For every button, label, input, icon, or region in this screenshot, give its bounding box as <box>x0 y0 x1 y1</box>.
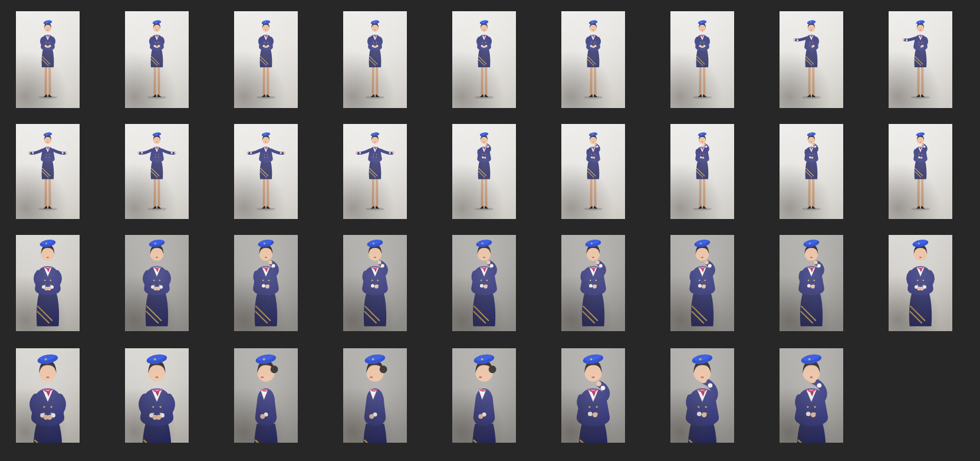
photo-thumbnail-row-2-7[interactable] <box>670 124 734 219</box>
flight-attendant-figure <box>234 11 298 108</box>
flight-attendant-figure <box>561 348 625 443</box>
flight-attendant-figure <box>780 11 843 108</box>
flight-attendant-figure <box>16 11 80 108</box>
flight-attendant-figure <box>452 348 516 443</box>
photo-thumbnail-row-3-5[interactable] <box>452 235 516 331</box>
gallery-row-2 <box>16 124 952 219</box>
photo-thumbnail-row-1-9[interactable] <box>889 11 952 108</box>
photo-thumbnail-row-3-4[interactable] <box>343 235 407 331</box>
photo-thumbnail-row-3-7[interactable] <box>670 235 734 331</box>
flight-attendant-figure <box>889 11 952 108</box>
photo-thumbnail-row-2-4[interactable] <box>343 124 407 219</box>
photo-thumbnail-row-3-2[interactable] <box>125 235 189 331</box>
gallery-row-1 <box>16 11 952 108</box>
photo-thumbnail-row-4-8[interactable] <box>780 348 843 443</box>
photo-thumbnail-row-4-2[interactable] <box>125 348 189 443</box>
flight-attendant-figure <box>780 124 843 219</box>
photo-thumbnail-row-1-4[interactable] <box>343 11 407 108</box>
flight-attendant-figure <box>234 235 298 331</box>
flight-attendant-figure <box>670 348 734 443</box>
gallery-row-3 <box>16 235 952 331</box>
photo-thumbnail-row-2-3[interactable] <box>234 124 298 219</box>
photo-thumbnail-row-4-7[interactable] <box>670 348 734 443</box>
flight-attendant-figure <box>16 348 80 443</box>
flight-attendant-figure <box>343 235 407 331</box>
photo-thumbnail-row-1-5[interactable] <box>452 11 516 108</box>
photo-thumbnail-row-3-8[interactable] <box>780 235 843 331</box>
photo-thumbnail-row-1-3[interactable] <box>234 11 298 108</box>
flight-attendant-figure <box>670 11 734 108</box>
photo-thumbnail-row-1-2[interactable] <box>125 11 189 108</box>
flight-attendant-figure <box>561 235 625 331</box>
flight-attendant-figure <box>125 348 189 443</box>
flight-attendant-figure <box>125 124 189 219</box>
flight-attendant-figure <box>670 235 734 331</box>
photo-thumbnail-row-1-1[interactable] <box>16 11 80 108</box>
photo-thumbnail-row-1-8[interactable] <box>780 11 843 108</box>
flight-attendant-figure <box>452 235 516 331</box>
flight-attendant-figure <box>889 124 952 219</box>
photo-thumbnail-row-3-6[interactable] <box>561 235 625 331</box>
photo-thumbnail-row-2-1[interactable] <box>16 124 80 219</box>
flight-attendant-figure <box>234 348 298 443</box>
photo-thumbnail-row-1-6[interactable] <box>561 11 625 108</box>
flight-attendant-figure <box>670 124 734 219</box>
flight-attendant-figure <box>125 11 189 108</box>
photo-thumbnail-row-3-9[interactable] <box>889 235 952 331</box>
photo-thumbnail-row-2-8[interactable] <box>780 124 843 219</box>
photo-thumbnail-row-4-5[interactable] <box>452 348 516 443</box>
flight-attendant-figure <box>452 11 516 108</box>
flight-attendant-figure <box>16 124 80 219</box>
flight-attendant-figure <box>780 348 843 443</box>
flight-attendant-figure <box>561 124 625 219</box>
photo-thumbnail-row-2-5[interactable] <box>452 124 516 219</box>
flight-attendant-figure <box>452 124 516 219</box>
photo-thumbnail-row-3-1[interactable] <box>16 235 80 331</box>
photo-thumbnail-row-2-2[interactable] <box>125 124 189 219</box>
gallery-row-4 <box>16 348 843 443</box>
flight-attendant-figure <box>889 235 952 331</box>
photo-thumbnail-row-4-1[interactable] <box>16 348 80 443</box>
flight-attendant-figure <box>234 124 298 219</box>
photo-thumbnail-row-4-4[interactable] <box>343 348 407 443</box>
flight-attendant-figure <box>16 235 80 331</box>
photo-thumbnail-row-1-7[interactable] <box>670 11 734 108</box>
flight-attendant-figure <box>125 235 189 331</box>
photo-thumbnail-row-4-3[interactable] <box>234 348 298 443</box>
flight-attendant-figure <box>343 348 407 443</box>
photo-thumbnail-row-2-9[interactable] <box>889 124 952 219</box>
flight-attendant-figure <box>561 11 625 108</box>
flight-attendant-figure <box>780 235 843 331</box>
photo-thumbnail-row-2-6[interactable] <box>561 124 625 219</box>
gallery-page <box>0 0 980 461</box>
flight-attendant-figure <box>343 124 407 219</box>
photo-thumbnail-row-3-3[interactable] <box>234 235 298 331</box>
photo-thumbnail-row-4-6[interactable] <box>561 348 625 443</box>
flight-attendant-figure <box>343 11 407 108</box>
